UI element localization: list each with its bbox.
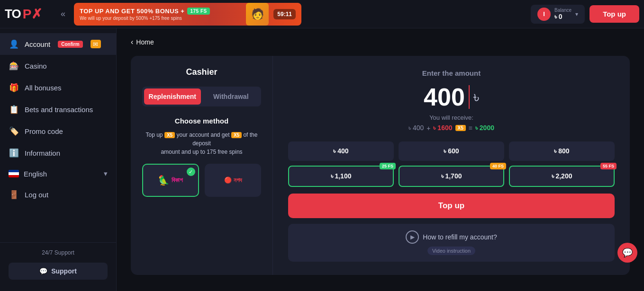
breadcrumb-home: Home xyxy=(136,38,154,46)
bkash-logo: 🦜 বিকাশ xyxy=(158,175,183,186)
sidebar-item-casino[interactable]: 🎰 Casino xyxy=(0,55,116,77)
main-content: ‹ Home Cashier Replenishment Withdrawal … xyxy=(117,28,644,291)
sidebar-label-bonuses: All bonuses xyxy=(25,84,62,92)
how-to-row: ▶ How to refill my account? xyxy=(406,230,497,244)
sidebar-item-logout[interactable]: 🚪 Log out xyxy=(0,184,116,205)
check-icon: ✓ xyxy=(187,168,195,176)
promo-person-icon: 🧑 xyxy=(246,3,269,26)
sidebar-label-info: Information xyxy=(25,149,60,157)
amount-option-1100[interactable]: 25 FS ৳ 1,100 xyxy=(288,166,394,187)
cashier-tabs: Replenishment Withdrawal xyxy=(142,87,261,106)
method-nagad[interactable]: 🔴 নগদ xyxy=(205,164,262,197)
promo-badge: 175 FS xyxy=(187,8,209,15)
sidebar-label-language: English xyxy=(24,170,47,178)
amount-cursor xyxy=(469,85,470,109)
payment-methods-grid: ✓ 🦜 বিকাশ 🔴 নগদ xyxy=(142,164,261,197)
sidebar-label-account: Account xyxy=(25,40,50,48)
amount-option-400[interactable]: ৳ 400 xyxy=(288,141,394,161)
topbar-right: I Balance ৳ 0 ▾ Top up xyxy=(531,5,639,24)
sidebar-item-promo[interactable]: 🏷️ Promo code xyxy=(0,120,116,142)
receive-formula: ৳ 400 + ৳ 1600 X5 = ৳ 2000 xyxy=(288,124,615,132)
support-button[interactable]: 💬 Support xyxy=(9,263,108,280)
mail-icon: ✉ xyxy=(91,40,101,48)
nagad-label: নগদ xyxy=(234,176,242,184)
how-to-label: How to refill my account? xyxy=(423,233,497,241)
nagad-icon: 🔴 xyxy=(224,176,232,184)
support-btn-label: Support xyxy=(51,267,77,275)
fs-badge-25: 25 FS xyxy=(380,163,396,169)
method-bkash[interactable]: ✓ 🦜 বিকাশ xyxy=(142,164,199,197)
sidebar-label-bets: Bets and transactions xyxy=(25,106,93,114)
topup-main-button[interactable]: Top up xyxy=(288,194,615,218)
chevron-down-icon: ▾ xyxy=(104,169,108,178)
amount-currency: ৳ xyxy=(473,88,479,106)
promo-timer: 59:11 xyxy=(273,9,296,19)
formula-x5-badge: X5 xyxy=(455,125,466,131)
cashier-left-panel: Cashier Replenishment Withdrawal Choose … xyxy=(131,56,273,275)
formula-eq: = xyxy=(469,124,472,132)
avatar: I xyxy=(537,8,551,21)
video-instruction-badge: Video instruction xyxy=(427,247,475,255)
casino-icon: 🎰 xyxy=(9,61,19,71)
amount-options-grid: ৳ 400 ৳ 600 ৳ 800 25 FS ৳ 1,100 40 FS ৳ … xyxy=(288,141,615,187)
info-icon: ℹ️ xyxy=(9,148,19,158)
sidebar-bottom: 24/7 Support 💬 Support xyxy=(0,242,116,286)
promo-title: TOP UP AND GET 500% BONUS + 175 FS xyxy=(80,8,241,15)
balance-info: Balance ৳ 0 xyxy=(554,8,571,21)
logo[interactable]: TO P✗ xyxy=(5,6,52,22)
logo-x-icon: P✗ xyxy=(23,6,43,22)
header-topup-button[interactable]: Top up xyxy=(590,5,639,23)
amount-option-2200[interactable]: 55 FS ৳ 2,200 xyxy=(509,166,615,187)
promo-text: TOP UP AND GET 500% BONUS + 175 FS We wi… xyxy=(80,8,241,21)
sidebar-item-account[interactable]: 👤 Account Confirm ✉ xyxy=(0,33,116,55)
sidebar-label-promo: Promo code xyxy=(25,127,63,135)
balance-block[interactable]: I Balance ৳ 0 ▾ xyxy=(531,5,585,24)
balance-label: Balance xyxy=(554,8,571,13)
flag-icon xyxy=(9,170,19,177)
sidebar-item-bonuses[interactable]: 🎁 All bonuses xyxy=(0,77,116,98)
sidebar-item-info[interactable]: ℹ️ Information xyxy=(0,142,116,164)
topbar: TO P✗ « TOP UP AND GET 500% BONUS + 175 … xyxy=(0,0,644,28)
chat-icon: 💬 xyxy=(39,267,47,275)
bonuses-icon: 🎁 xyxy=(9,82,19,93)
cashier-title: Cashier xyxy=(142,67,261,77)
sidebar-toggle-button[interactable]: « xyxy=(57,7,69,21)
fs-badge-55: 55 FS xyxy=(600,163,617,169)
account-icon: 👤 xyxy=(9,39,19,49)
formula-plus: + xyxy=(426,124,430,132)
how-to-refill[interactable]: ▶ How to refill my account? Video instru… xyxy=(288,224,615,262)
amount-option-800[interactable]: ৳ 800 xyxy=(509,141,615,161)
sidebar-item-bets[interactable]: 📋 Bets and transactions xyxy=(0,98,116,120)
sidebar-item-language[interactable]: English ▾ xyxy=(0,164,116,184)
sidebar: 👤 Account Confirm ✉ 🎰 Casino 🎁 All bonus… xyxy=(0,28,117,291)
amount-option-1700[interactable]: 40 FS ৳ 1,700 xyxy=(399,166,504,187)
tab-replenishment[interactable]: Replenishment xyxy=(144,88,201,105)
layout: 👤 Account Confirm ✉ 🎰 Casino 🎁 All bonus… xyxy=(0,28,644,291)
logout-icon: 🚪 xyxy=(9,189,19,200)
balance-value: ৳ 0 xyxy=(554,13,571,21)
bets-icon: 📋 xyxy=(9,104,19,115)
sidebar-label-casino: Casino xyxy=(25,62,47,70)
promo-icon: 🏷️ xyxy=(9,126,19,136)
bkash-bird-icon: 🦜 xyxy=(158,175,170,186)
amount-option-600[interactable]: ৳ 600 xyxy=(399,141,504,161)
promo-subtitle: We will up your deposit by 500% +175 fre… xyxy=(80,16,241,21)
breadcrumb[interactable]: ‹ Home xyxy=(131,38,630,46)
formula-base: ৳ 400 xyxy=(408,124,424,132)
confirm-badge: Confirm xyxy=(58,41,82,48)
chat-bubble-button[interactable]: 💬 xyxy=(617,243,637,263)
promo-banner[interactable]: TOP UP AND GET 500% BONUS + 175 FS We wi… xyxy=(74,3,301,26)
x5-badge2: X5 xyxy=(231,132,242,138)
choose-method-title: Choose method xyxy=(142,117,261,125)
formula-result: ৳ 2000 xyxy=(475,124,494,132)
tab-withdrawal[interactable]: Withdrawal xyxy=(203,88,260,105)
support-text: 24/7 Support xyxy=(9,249,108,256)
promo-note: Top up X5 your account and get X5 of the… xyxy=(142,131,261,156)
logo-text: TO xyxy=(5,7,21,21)
fs-badge-40: 40 FS xyxy=(490,163,506,169)
chevron-down-icon: ▾ xyxy=(575,11,578,18)
amount-number: 400 xyxy=(424,85,465,109)
receive-text: You will receive: xyxy=(288,114,615,121)
cashier-right-panel: Enter the amount 400 ৳ You will receive:… xyxy=(273,56,630,275)
nagad-logo: 🔴 নগদ xyxy=(224,176,242,184)
